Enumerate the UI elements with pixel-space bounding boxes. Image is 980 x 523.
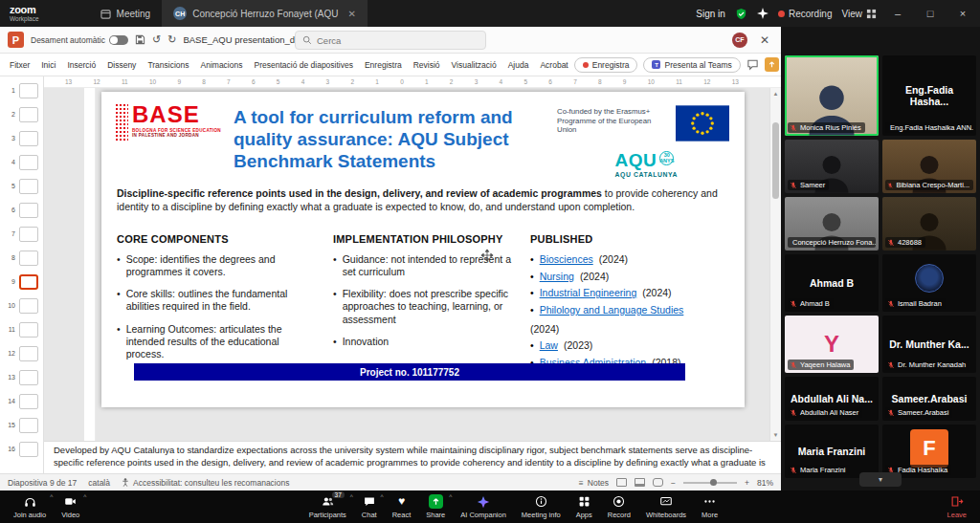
ribbon-tab[interactable]: Enregistra [359,60,408,70]
user-avatar[interactable]: CF [732,33,747,48]
participant-tile[interactable]: Monica Rius Piniés [785,55,879,136]
apps-button[interactable]: Apps [568,490,600,523]
present-teams-button[interactable]: TPresenta al Teams [643,57,740,73]
toggle-icon[interactable] [109,35,128,45]
slide-thumbnail-panel[interactable]: 1 2 3 4 5 6 [0,76,44,473]
meeting-info-button[interactable]: Meeting info [514,490,568,523]
thumbnail-preview[interactable] [19,155,38,170]
zoom-in-icon[interactable]: + [745,478,749,488]
more-button[interactable]: More [694,490,725,523]
video-button[interactable]: ^ Video [54,490,87,523]
thumbnail-preview[interactable] [19,418,38,433]
tab-active-meeting[interactable]: CH Concepció Herruzo Fonayet (AQU ✕ [162,0,368,27]
chevron-up-icon[interactable]: ^ [449,493,452,500]
search-box[interactable] [295,31,486,50]
chat-button[interactable]: ^ Chat [354,490,385,523]
thumbnail-preview[interactable] [19,346,38,361]
thumbnail-preview[interactable] [19,107,38,122]
slide-thumbnail[interactable]: 13 [0,365,43,389]
search-input[interactable] [317,35,460,46]
collapse-panel-button[interactable]: ▾ [859,472,902,487]
zoom-percent[interactable]: 81% [757,478,773,488]
slide-thumbnail[interactable]: 8 [0,246,43,270]
thumbnail-preview[interactable] [19,394,38,409]
participant-tile[interactable]: Ahmad B Ahmad B [785,254,879,312]
ribbon-tab[interactable]: Inici [35,60,61,70]
thumbnail-preview[interactable] [19,274,38,290]
thumbnail-preview[interactable] [19,83,38,98]
published-link[interactable]: Nursing [540,271,574,284]
ppt-close-icon[interactable]: ✕ [756,33,773,47]
slide-thumbnail[interactable]: 1 [0,78,43,102]
share-button[interactable]: ^ Share [418,490,453,523]
thumbnail-preview[interactable] [19,227,38,242]
ribbon-tab[interactable]: Animacions [195,60,249,70]
thumbnail-preview[interactable] [19,179,38,194]
tab-close-icon[interactable]: ✕ [347,9,355,19]
react-button[interactable]: ♥ React [385,490,419,523]
slide-thumbnail[interactable]: 14 [0,389,43,413]
participant-tile[interactable]: Bibiana Crespo-Marti... [882,140,976,193]
maximize-icon[interactable]: □ [919,8,942,19]
chevron-up-icon[interactable]: ^ [50,493,53,500]
slide-thumbnail[interactable]: 11 [0,317,43,341]
published-link[interactable]: Biosciences [540,253,593,267]
thumbnail-preview[interactable] [19,442,38,457]
published-link[interactable]: Industrial Engineering [540,287,637,300]
share-document-icon[interactable] [765,57,779,72]
ribbon-tab[interactable]: Fitxer [4,60,35,70]
published-link[interactable]: Philology and Language Studies [540,304,684,317]
zoom-out-icon[interactable]: − [671,478,676,488]
ribbon-tab[interactable]: Disseny [101,60,142,70]
slide-thumbnail[interactable]: 4 [0,150,43,174]
participant-tile[interactable]: Eng.Fadia Hasha... Eng.Fadia Hashaika AN… [882,55,976,136]
participant-tile[interactable]: F Fadia Hashaika [882,425,976,478]
thumbnail-preview[interactable] [19,203,38,218]
thumbnail-preview[interactable] [19,131,38,146]
slide-canvas[interactable]: BASE BOLOGNA FOR SCIENCE EDUCATION IN PA… [101,92,745,407]
participant-tile[interactable]: Sameer.Arabasi Sameer.Arabasi [882,377,976,421]
thumbnail-preview[interactable] [19,370,38,385]
ribbon-tab[interactable]: Transicions [142,60,194,70]
view-button[interactable]: View [842,9,878,19]
slide-sorter-view-icon[interactable] [635,478,645,487]
scroll-up-icon[interactable]: ▲ [770,88,781,99]
ribbon-tab[interactable]: Acrobat [534,60,573,70]
participant-tile[interactable]: Concepció Herruzo Fona... [785,197,879,251]
slide-thumbnail[interactable]: 2 [0,102,43,126]
slide-thumbnail[interactable]: 16 [0,437,43,461]
slide-thumbnail[interactable]: 10 [0,294,43,317]
chevron-up-icon[interactable]: ^ [381,493,384,500]
participant-tile[interactable]: Maria Franzini Maria Franzini [785,425,879,478]
slide-thumbnail[interactable]: 3 [0,126,43,150]
language-indicator[interactable]: català [88,478,110,488]
participant-tile[interactable]: Sameer [785,140,879,193]
zoom-slider[interactable] [683,482,737,484]
ribbon-tab[interactable]: Revisió [408,60,446,70]
slide-thumbnail[interactable]: 9 [0,270,43,294]
notes-panel[interactable]: Developed by AQU Catalunya to standardiz… [44,441,781,473]
published-link[interactable]: Law [540,339,558,353]
participant-tile[interactable]: Y Yaqeen Halawa [785,316,879,373]
join-audio-button[interactable]: ^ Join audio [6,490,54,523]
ribbon-tab[interactable]: Presentació de diapositives [248,60,358,70]
record-button[interactable]: Record [600,490,638,523]
ai-companion-button[interactable]: AI Companion [453,490,514,523]
tab-meeting[interactable]: Meeting [89,0,163,27]
save-icon[interactable] [135,34,145,45]
autosave-toggle[interactable]: Desament automàtic [31,35,128,45]
slide-thumbnail[interactable]: 12 [0,341,43,365]
minimize-icon[interactable]: – [886,8,909,19]
close-icon[interactable]: × [951,8,974,19]
participant-tile[interactable]: Dr. Munther Ka... Dr. Munther Kanadah [882,316,976,373]
ribbon-tab[interactable]: Ajuda [502,60,535,70]
slide-thumbnail[interactable]: 7 [0,222,43,246]
slide-thumbnail[interactable]: 5 [0,174,43,198]
sign-in-button[interactable]: Sign in [696,9,725,19]
scrollbar-thumb[interactable] [772,122,779,199]
participant-tile[interactable]: Abdullah Ali Na... Abdullah Ali Naser [785,377,879,421]
participant-tile[interactable]: 428688 [882,197,976,251]
thumbnail-preview[interactable] [19,322,38,338]
redo-icon[interactable]: ↻ [167,33,176,46]
slideshow-view-icon[interactable] [653,478,663,487]
